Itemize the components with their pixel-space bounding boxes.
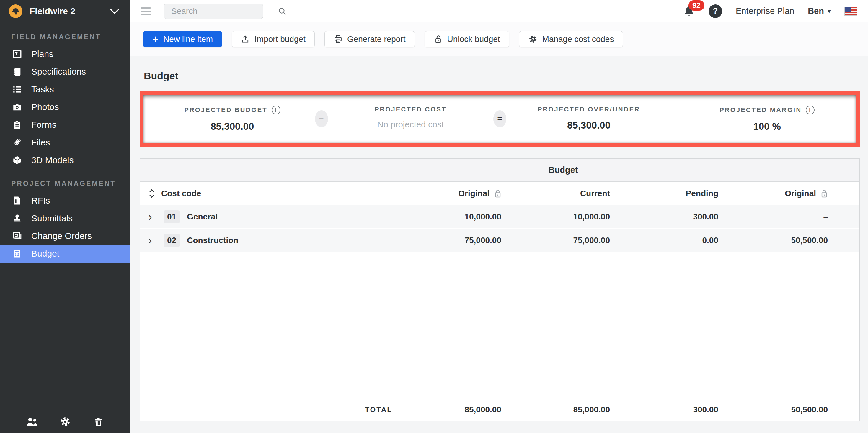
column-label: Original [785, 189, 816, 198]
sidebar-item-specifications[interactable]: Specifications [0, 63, 130, 80]
stat-value: No projected cost [321, 120, 500, 130]
notification-badge: 92 [688, 0, 705, 11]
cell-original[interactable]: 75,000.00 [400, 229, 509, 252]
upload-icon [241, 35, 250, 44]
section-project-management: PROJECT MANAGEMENT [0, 169, 130, 192]
info-icon[interactable]: i [272, 106, 280, 114]
help-button[interactable]: ? [709, 4, 722, 18]
cube-icon [11, 155, 23, 165]
project-name: Fieldwire 2 [30, 6, 110, 16]
plans-icon [11, 49, 23, 59]
cell-pending[interactable]: 300.00 [618, 205, 726, 228]
gear-icon [528, 34, 538, 44]
us-flag-icon[interactable] [844, 7, 857, 15]
search-input[interactable] [171, 6, 278, 16]
table-group-header: Budget [140, 159, 860, 182]
equals-operator: = [493, 110, 506, 127]
new-line-item-label: New line item [163, 34, 213, 44]
stat-value: 85,300.00 [143, 121, 321, 132]
sidebar-item-forms[interactable]: Forms [0, 116, 130, 134]
cost-code-badge: 02 [163, 234, 180, 247]
files-icon [11, 137, 23, 147]
column-label: Original [458, 189, 490, 198]
sidebar-item-photos[interactable]: Photos [0, 98, 130, 116]
new-line-item-button[interactable]: + New line item [143, 31, 222, 47]
sidebar-item-label: Files [31, 137, 50, 147]
unlock-budget-button[interactable]: Unlock budget [425, 31, 509, 47]
change-orders-icon [11, 231, 23, 241]
column-original-locked[interactable]: Original [726, 182, 836, 205]
unlock-budget-label: Unlock budget [447, 34, 500, 44]
notifications-button[interactable]: 92 [683, 5, 695, 18]
sidebar-item-label: RFIs [31, 196, 50, 206]
project-switcher[interactable]: Fieldwire 2 [0, 0, 130, 23]
table-row[interactable]: › 02 Construction 75,000.00 75,000.00 0.… [140, 229, 860, 253]
total-label: TOTAL [140, 398, 400, 421]
sidebar-item-files[interactable]: Files [0, 134, 130, 151]
sidebar-item-plans[interactable]: Plans [0, 45, 130, 63]
stat-label: PROJECTED OVER/UNDER [538, 106, 640, 113]
table-row[interactable]: › 01 General 10,000.00 10,000.00 300.00 … [140, 205, 860, 229]
specifications-icon [11, 67, 23, 77]
total-pending: 300.00 [618, 398, 726, 421]
total-original: 85,000.00 [400, 398, 509, 421]
sort-icon[interactable] [149, 189, 155, 198]
sidebar: Fieldwire 2 FIELD MANAGEMENT Plans Speci… [0, 0, 130, 433]
manage-cost-codes-label: Manage cost codes [542, 34, 614, 44]
menu-toggle-button[interactable] [141, 7, 151, 15]
settings-button[interactable] [55, 416, 75, 427]
manage-cost-codes-button[interactable]: Manage cost codes [519, 31, 623, 47]
printer-icon [334, 35, 342, 44]
total-original-locked: 50,500.00 [726, 398, 836, 421]
budget-toolbar: + New line item Import budget Generate r… [130, 23, 868, 56]
search-box[interactable] [164, 4, 263, 19]
info-icon[interactable]: i [806, 106, 814, 114]
cell-original[interactable]: 10,000.00 [400, 205, 509, 228]
people-button[interactable] [22, 417, 42, 427]
fieldwire-logo-icon [9, 4, 23, 18]
cell-original-locked[interactable]: 50,500.00 [726, 229, 836, 252]
column-original[interactable]: Original [400, 182, 509, 205]
column-label: Current [580, 189, 610, 198]
generate-report-button[interactable]: Generate report [324, 31, 415, 47]
cell-current[interactable]: 10,000.00 [509, 205, 618, 228]
calculator-icon [11, 248, 23, 259]
sidebar-item-label: Change Orders [31, 231, 92, 241]
user-name: Ben [808, 6, 824, 16]
cell-pending[interactable]: 0.00 [618, 229, 726, 252]
column-pending[interactable]: Pending [618, 182, 726, 205]
column-cost-code[interactable]: Cost code [140, 182, 400, 205]
cell-current[interactable]: 75,000.00 [509, 229, 618, 252]
sidebar-item-rfis[interactable]: RFIs [0, 192, 130, 209]
plan-label[interactable]: Enterprise Plan [736, 6, 794, 16]
column-current[interactable]: Current [509, 182, 618, 205]
stat-value: 100 % [678, 121, 856, 132]
sidebar-item-label: Plans [31, 49, 54, 59]
section-field-management: FIELD MANAGEMENT [0, 23, 130, 45]
sidebar-item-submittals[interactable]: Submittals [0, 209, 130, 227]
rfi-document-icon [11, 196, 23, 206]
budget-page: Budget PROJECTED BUDGET i 85,300.00 PROJ… [130, 56, 868, 433]
cost-code-name: General [187, 212, 218, 222]
trash-button[interactable] [88, 417, 108, 427]
total-current: 85,000.00 [509, 398, 618, 421]
sidebar-item-label: Budget [31, 248, 59, 259]
minus-operator: − [315, 110, 328, 127]
sidebar-item-budget[interactable]: Budget [0, 245, 130, 263]
table-total-row: TOTAL 85,000.00 85,000.00 300.00 50,500.… [140, 398, 860, 421]
caret-down-icon: ▾ [828, 7, 831, 15]
sidebar-item-3d-models[interactable]: 3D Models [0, 151, 130, 169]
budget-table: Budget Cost code Original Current Pendin… [140, 158, 860, 422]
sidebar-item-label: 3D Models [31, 155, 73, 165]
stat-projected-budget: PROJECTED BUDGET i 85,300.00 [143, 106, 321, 132]
sidebar-item-change-orders[interactable]: Change Orders [0, 227, 130, 245]
stat-label: PROJECTED BUDGET [184, 106, 267, 114]
generate-report-label: Generate report [347, 34, 406, 44]
import-budget-button[interactable]: Import budget [232, 31, 315, 47]
sidebar-item-tasks[interactable]: Tasks [0, 80, 130, 98]
cell-original-locked[interactable]: – [726, 205, 836, 228]
stat-value: 85,300.00 [500, 120, 678, 131]
tasks-icon [11, 85, 23, 94]
user-menu[interactable]: Ben ▾ [808, 6, 831, 16]
stat-label: PROJECTED MARGIN [719, 106, 802, 114]
